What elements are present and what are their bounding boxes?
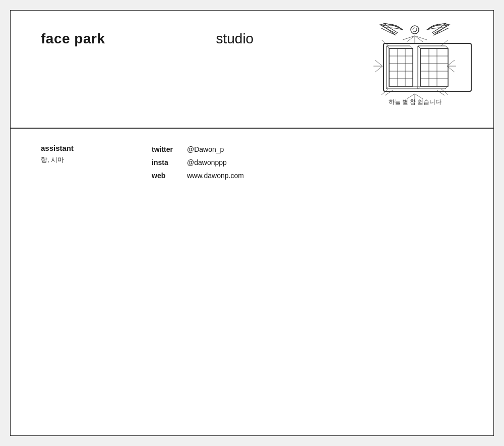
- brand-title: face park: [41, 31, 105, 47]
- studio-label: studio: [216, 31, 254, 47]
- svg-rect-34: [420, 48, 448, 86]
- logo-svg: 하늘 별 참 쉽습니다: [352, 16, 478, 127]
- svg-point-1: [413, 28, 417, 32]
- web-key: web: [152, 170, 187, 181]
- twitter-key: twitter: [152, 144, 187, 155]
- svg-point-0: [411, 26, 419, 34]
- assistant-label: assistant: [41, 144, 152, 152]
- insta-key: insta: [152, 157, 187, 168]
- svg-line-9: [375, 66, 383, 72]
- assistant-names: 랑, 시마: [41, 155, 152, 164]
- svg-line-7: [375, 60, 383, 66]
- insta-value: @dawonppp: [187, 157, 227, 168]
- contact-section: assistant 랑, 시마 twitter @Dawon_p insta @…: [11, 129, 493, 197]
- page-container: face park studio: [10, 10, 494, 436]
- logo-area: 하늘 별 참 쉽습니다: [352, 16, 478, 127]
- social-block: twitter @Dawon_p insta @dawonppp web www…: [152, 144, 244, 182]
- svg-rect-25: [389, 48, 413, 86]
- twitter-value: @Dawon_p: [187, 144, 224, 155]
- web-value: www.dawonp.com: [187, 170, 244, 181]
- svg-line-6: [415, 36, 427, 40]
- svg-rect-22: [384, 43, 471, 91]
- svg-line-5: [403, 36, 415, 40]
- header: face park studio: [11, 11, 493, 47]
- korean-subtitle: 하늘 별 참 쉽습니다: [389, 98, 442, 105]
- assistant-block: assistant 랑, 시마: [41, 144, 152, 182]
- social-row-web: web www.dawonp.com: [152, 170, 244, 181]
- svg-line-3: [407, 36, 415, 42]
- svg-line-4: [415, 36, 423, 42]
- social-row-insta: insta @dawonppp: [152, 157, 244, 168]
- social-row-twitter: twitter @Dawon_p: [152, 144, 244, 155]
